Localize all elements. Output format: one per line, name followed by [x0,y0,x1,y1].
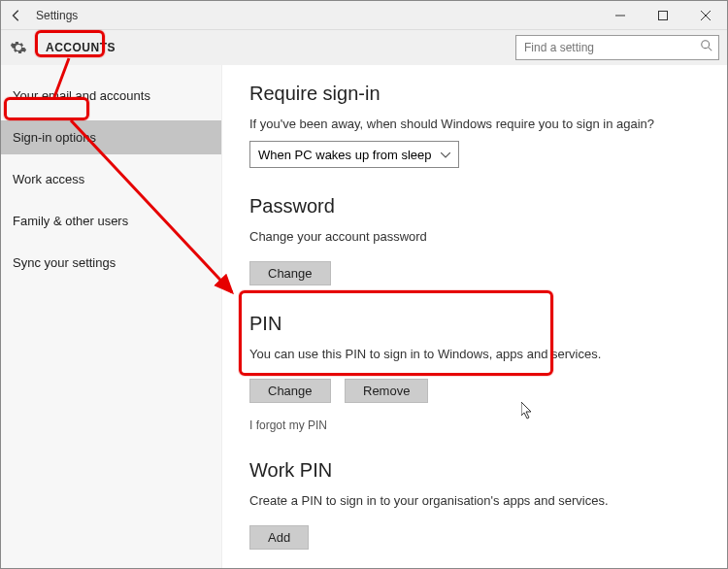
work-pin-add-button[interactable]: Add [249,525,309,550]
chevron-down-icon [441,150,450,160]
sidebar-item-label: Sign-in options [13,130,96,145]
breadcrumb[interactable]: ACCOUNTS [38,37,123,58]
sidebar: Your email and accounts Sign-in options … [1,65,222,568]
content: Require sign-in If you've been away, whe… [222,65,727,568]
password-desc: Change your account password [249,229,700,244]
sidebar-item-signin-options[interactable]: Sign-in options [1,120,221,154]
toolbar: ACCOUNTS [1,30,727,65]
pin-remove-button[interactable]: Remove [345,379,428,403]
password-change-button[interactable]: Change [249,261,331,285]
close-button[interactable] [684,1,727,30]
work-pin-desc: Create a PIN to sign in to your organisa… [249,493,700,508]
back-button[interactable] [1,1,32,30]
work-pin-heading: Work PIN [249,459,700,482]
sidebar-item-label: Work access [13,172,84,186]
sidebar-item-email-accounts[interactable]: Your email and accounts [1,79,221,113]
pin-change-button[interactable]: Change [249,379,331,403]
sidebar-item-label: Sync your settings [13,255,116,270]
password-section: Password Change your account password Ch… [249,195,700,285]
require-signin-heading: Require sign-in [249,83,700,105]
pin-section: PIN You can use this PIN to sign in to W… [249,313,700,432]
select-value: When PC wakes up from sleep [258,148,431,162]
svg-line-3 [709,48,712,51]
pin-heading: PIN [249,313,700,335]
sidebar-item-label: Your email and accounts [13,88,150,103]
sidebar-item-label: Family & other users [13,214,128,228]
search-wrap [515,35,719,60]
require-signin-select[interactable]: When PC wakes up from sleep [249,141,459,168]
search-input[interactable] [515,35,719,60]
maximize-button[interactable] [642,1,684,30]
sidebar-item-family-users[interactable]: Family & other users [1,204,221,238]
svg-point-2 [702,41,710,49]
window-title: Settings [32,9,78,22]
pin-forgot-link[interactable]: I forgot my PIN [249,418,700,432]
body: Your email and accounts Sign-in options … [1,65,727,568]
svg-rect-1 [659,11,668,19]
minimize-button[interactable] [599,1,642,30]
require-signin-desc: If you've been away, when should Windows… [249,117,700,131]
search-icon [700,39,713,56]
pin-desc: You can use this PIN to sign in to Windo… [249,347,700,361]
work-pin-section: Work PIN Create a PIN to sign in to your… [249,459,700,550]
sidebar-item-work-access[interactable]: Work access [1,162,221,196]
password-heading: Password [249,195,700,218]
titlebar: Settings [1,1,727,30]
sidebar-item-sync-settings[interactable]: Sync your settings [1,246,221,280]
gear-icon [9,38,28,57]
window-controls [599,1,727,30]
